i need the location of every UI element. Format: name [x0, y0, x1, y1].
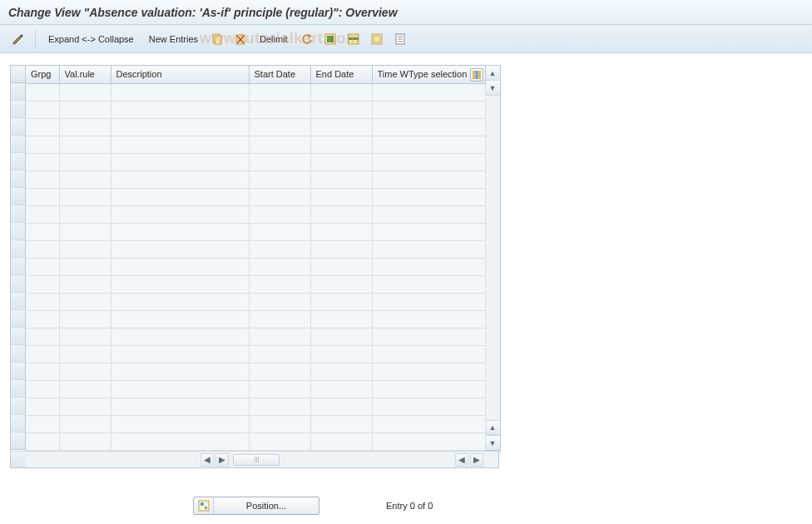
- cell-start_date[interactable]: [249, 346, 310, 363]
- table-row[interactable]: [26, 433, 485, 451]
- cell-grpg[interactable]: [26, 363, 59, 381]
- cell-time_wtype[interactable]: [372, 416, 485, 433]
- cell-start_date[interactable]: [249, 84, 310, 101]
- cell-description[interactable]: [111, 224, 249, 241]
- cell-description[interactable]: [111, 398, 249, 416]
- cell-start_date[interactable]: [249, 294, 310, 311]
- cell-valrule[interactable]: [59, 189, 111, 206]
- cell-description[interactable]: [111, 241, 249, 259]
- row-selector[interactable]: [11, 275, 26, 293]
- cell-end_date[interactable]: [310, 136, 372, 154]
- cell-time_wtype[interactable]: [372, 206, 485, 224]
- column-header-grpg[interactable]: Grpg: [26, 66, 59, 84]
- table-row[interactable]: [26, 416, 485, 433]
- cell-end_date[interactable]: [310, 294, 372, 311]
- cell-description[interactable]: [111, 259, 249, 276]
- cell-description[interactable]: [111, 101, 249, 119]
- row-selector[interactable]: [11, 171, 26, 188]
- position-button[interactable]: Position...: [193, 497, 319, 515]
- cell-valrule[interactable]: [59, 311, 111, 329]
- row-selector[interactable]: [11, 136, 26, 153]
- cell-start_date[interactable]: [249, 119, 310, 136]
- row-selector[interactable]: [11, 433, 26, 450]
- cell-start_date[interactable]: [249, 416, 310, 433]
- cell-start_date[interactable]: [249, 311, 310, 329]
- cell-time_wtype[interactable]: [372, 84, 485, 101]
- vertical-scrollbar[interactable]: ▲ ▼ ▲ ▼: [486, 65, 501, 451]
- cell-start_date[interactable]: [249, 433, 310, 451]
- table-row[interactable]: [26, 294, 485, 311]
- cell-grpg[interactable]: [26, 276, 59, 294]
- cell-description[interactable]: [111, 294, 249, 311]
- cell-valrule[interactable]: [59, 101, 111, 119]
- scroll-down2-icon[interactable]: ▼: [486, 435, 500, 450]
- cell-valrule[interactable]: [59, 329, 111, 346]
- scroll-down-icon[interactable]: ▼: [486, 81, 500, 96]
- cell-start_date[interactable]: [249, 381, 310, 398]
- cell-valrule[interactable]: [59, 259, 111, 276]
- cell-description[interactable]: [111, 84, 249, 101]
- table-settings-icon[interactable]: [470, 68, 483, 82]
- cell-valrule[interactable]: [59, 294, 111, 311]
- cell-valrule[interactable]: [59, 136, 111, 154]
- table-row[interactable]: [26, 381, 485, 398]
- cell-time_wtype[interactable]: [372, 224, 485, 241]
- cell-time_wtype[interactable]: [372, 101, 485, 119]
- cell-time_wtype[interactable]: [372, 189, 485, 206]
- cell-grpg[interactable]: [26, 101, 59, 119]
- cell-end_date[interactable]: [310, 101, 372, 119]
- cell-grpg[interactable]: [26, 398, 59, 416]
- cell-time_wtype[interactable]: [372, 346, 485, 363]
- cell-grpg[interactable]: [26, 311, 59, 329]
- table-row[interactable]: [26, 154, 485, 171]
- row-selector[interactable]: [11, 310, 26, 328]
- cell-time_wtype[interactable]: [372, 433, 485, 451]
- scroll-up-icon[interactable]: ▲: [486, 66, 500, 81]
- table-row[interactable]: [26, 311, 485, 329]
- cell-start_date[interactable]: [249, 206, 310, 224]
- table-row[interactable]: [26, 84, 485, 101]
- cell-end_date[interactable]: [310, 363, 372, 381]
- cell-start_date[interactable]: [249, 154, 310, 171]
- select-all-icon[interactable]: [320, 30, 340, 48]
- row-selector[interactable]: [11, 118, 26, 136]
- cell-time_wtype[interactable]: [372, 241, 485, 259]
- cell-start_date[interactable]: [249, 398, 310, 416]
- cell-end_date[interactable]: [310, 84, 372, 101]
- cell-valrule[interactable]: [59, 241, 111, 259]
- cell-valrule[interactable]: [59, 206, 111, 224]
- cell-description[interactable]: [111, 276, 249, 294]
- scroll-up2-icon[interactable]: ▲: [486, 420, 500, 435]
- table-row[interactable]: [26, 224, 485, 241]
- cell-end_date[interactable]: [310, 259, 372, 276]
- cell-end_date[interactable]: [310, 398, 372, 416]
- cell-time_wtype[interactable]: [372, 329, 485, 346]
- column-header-valrule[interactable]: Val.rule: [59, 66, 111, 84]
- copy-as-icon[interactable]: [207, 30, 227, 48]
- cell-grpg[interactable]: [26, 84, 59, 101]
- hscroll-thumb[interactable]: [233, 454, 280, 466]
- cell-valrule[interactable]: [59, 119, 111, 136]
- hscroll-right2-icon[interactable]: ▶: [470, 453, 483, 467]
- column-header-time_wtype[interactable]: Time WType selection: [372, 66, 485, 84]
- new-entries-button[interactable]: New Entries: [143, 30, 204, 48]
- cell-description[interactable]: [111, 189, 249, 206]
- cell-grpg[interactable]: [26, 433, 59, 451]
- cell-time_wtype[interactable]: [372, 171, 485, 189]
- cell-end_date[interactable]: [310, 346, 372, 363]
- cell-time_wtype[interactable]: [372, 294, 485, 311]
- cell-start_date[interactable]: [249, 224, 310, 241]
- row-selector[interactable]: [11, 223, 26, 240]
- cell-grpg[interactable]: [26, 259, 59, 276]
- hscroll-left2-icon[interactable]: ◀: [455, 453, 468, 467]
- cell-start_date[interactable]: [249, 241, 310, 259]
- table-row[interactable]: [26, 119, 485, 136]
- cell-grpg[interactable]: [26, 206, 59, 224]
- cell-end_date[interactable]: [310, 433, 372, 451]
- cell-valrule[interactable]: [59, 381, 111, 398]
- cell-valrule[interactable]: [59, 398, 111, 416]
- cell-description[interactable]: [111, 154, 249, 171]
- toggle-change-icon[interactable]: [8, 30, 28, 48]
- column-header-description[interactable]: Description: [111, 66, 249, 84]
- cell-grpg[interactable]: [26, 136, 59, 154]
